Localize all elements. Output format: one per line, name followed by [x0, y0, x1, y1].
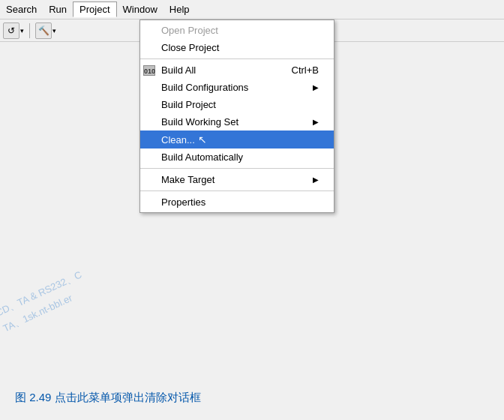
- make-target-submenu-arrow: ▶: [313, 176, 319, 184]
- menu-item-clean[interactable]: Clean... ↖: [140, 130, 334, 148]
- tools-dropdown-arrow[interactable]: ▾: [52, 27, 56, 34]
- menu-project[interactable]: Project: [73, 2, 116, 17]
- properties-label: Properties: [161, 196, 206, 208]
- build-working-set-label: Build Working Set: [161, 116, 238, 128]
- menu-item-build-project[interactable]: Build Project: [140, 96, 334, 113]
- build-configurations-label: Build Configurations: [161, 82, 248, 93]
- separator-2: [140, 168, 334, 169]
- build-working-set-submenu-arrow: ▶: [313, 118, 319, 126]
- back-button[interactable]: ↺: [3, 22, 20, 39]
- build-all-icon: 010: [145, 65, 158, 76]
- menu-item-build-working-set[interactable]: Build Working Set ▶: [140, 113, 334, 130]
- caption-area: 图 2.49 点击此菜单项弹出清除对话框: [15, 391, 504, 405]
- back-button-group[interactable]: ↺ ▾: [3, 22, 24, 39]
- menu-search[interactable]: Search: [0, 2, 43, 16]
- build-all-shortcut: Ctrl+B: [269, 64, 319, 76]
- caption-text: 图 2.49 点击此菜单项弹出清除对话框: [15, 391, 201, 404]
- make-target-label: Make Target: [161, 174, 214, 185]
- build-project-label: Build Project: [161, 99, 216, 110]
- watermark: CD、TA & RS232、C TA、1sk.nt-bbl.er: [0, 266, 92, 338]
- menu-item-properties[interactable]: Properties: [140, 194, 334, 211]
- tools-button[interactable]: 🔨: [35, 22, 52, 39]
- menu-item-close-project[interactable]: Close Project: [140, 39, 334, 56]
- tools-icon: 🔨: [38, 26, 50, 36]
- clean-cursor: ↖: [195, 134, 207, 146]
- menu-help[interactable]: Help: [164, 2, 196, 16]
- clean-label: Clean...: [161, 134, 195, 146]
- project-dropdown-menu: Open Project Close Project 010 Build All…: [140, 20, 334, 213]
- build-automatically-label: Build Automatically: [161, 152, 243, 163]
- toolbar-divider: [29, 23, 30, 38]
- tools-button-group[interactable]: 🔨 ▾: [35, 22, 56, 39]
- menu-window[interactable]: Window: [117, 2, 164, 16]
- menubar: Search Run Project Window Help: [0, 0, 504, 20]
- menu-item-open-project[interactable]: Open Project: [140, 22, 334, 39]
- menu-run[interactable]: Run: [43, 2, 73, 16]
- back-dropdown-arrow[interactable]: ▾: [20, 27, 24, 34]
- build-all-label: Build All: [161, 64, 196, 76]
- back-icon: ↺: [8, 26, 15, 36]
- separator-3: [140, 190, 334, 191]
- menu-item-build-all[interactable]: 010 Build All Ctrl+B: [140, 62, 334, 79]
- menu-item-make-target[interactable]: Make Target ▶: [140, 171, 334, 188]
- menu-item-build-configurations[interactable]: Build Configurations ▶: [140, 79, 334, 96]
- separator-1: [140, 58, 334, 59]
- open-project-label: Open Project: [161, 25, 218, 36]
- build-configurations-submenu-arrow: ▶: [313, 83, 319, 92]
- close-project-label: Close Project: [161, 42, 219, 53]
- menu-item-build-automatically[interactable]: Build Automatically: [140, 148, 334, 166]
